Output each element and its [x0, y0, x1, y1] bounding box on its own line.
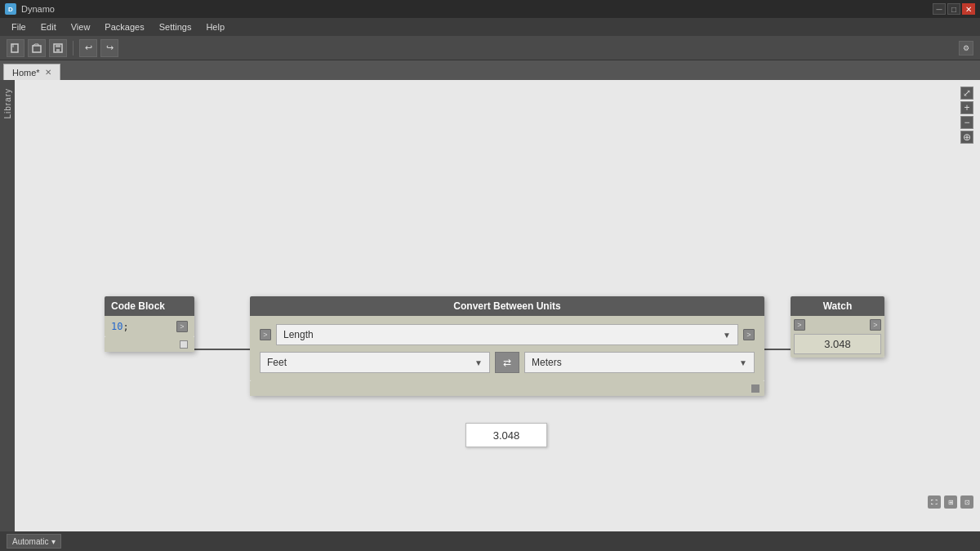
convert-row-1: > Length ▼ > — [260, 324, 755, 345]
run-mode-label: Automatic — [12, 537, 48, 546]
convert-footer — [250, 381, 764, 396]
app-icon: D — [5, 3, 16, 15]
minimize-button[interactable]: ─ — [933, 3, 946, 15]
canvas-icon-1[interactable]: ⛶ — [928, 495, 941, 509]
run-mode-dropdown[interactable]: Automatic ▾ — [7, 534, 61, 549]
canvas-icon-3[interactable]: ⊡ — [960, 495, 973, 509]
watch-node: Watch > > 3.048 — [791, 296, 884, 358]
menu-file[interactable]: File — [5, 20, 33, 33]
zoom-in-button[interactable]: + — [960, 101, 973, 114]
canvas[interactable]: ⤢ + − ⊕ Code Block 10; > — [15, 80, 980, 531]
unit-type-dropdown[interactable]: Length ▼ — [276, 324, 738, 345]
code-block-header: Code Block — [105, 296, 194, 316]
undo-button[interactable]: ↩ — [79, 39, 97, 57]
watch-port-in[interactable]: > — [794, 319, 805, 331]
zoom-controls: ⤢ + − ⊕ — [960, 87, 973, 144]
from-unit-dropdown[interactable]: Feet ▼ — [260, 352, 490, 373]
toolbar-right: ⚙ — [959, 41, 973, 56]
watch-body: > > 3.048 — [791, 316, 884, 358]
code-block-footer — [105, 337, 194, 352]
canvas-icon-2[interactable]: ⊞ — [944, 495, 957, 509]
menu-settings[interactable]: Settings — [153, 20, 198, 33]
watch-value: 3.048 — [794, 334, 881, 354]
fit-button[interactable]: ⊕ — [960, 131, 973, 144]
code-block-checkbox[interactable] — [180, 340, 188, 349]
code-block-body: 10; > — [105, 316, 194, 337]
convert-title: Convert Between Units — [453, 300, 560, 312]
tab-close-icon[interactable]: ✕ — [45, 68, 51, 77]
sidebar: Library — [0, 80, 15, 531]
svg-rect-5 — [56, 49, 60, 52]
settings-icon[interactable]: ⚙ — [959, 41, 973, 56]
open-button[interactable] — [28, 39, 46, 57]
unit-type-arrow: ▼ — [723, 331, 731, 340]
convert-body: > Length ▼ > Feet ▼ ⇄ Meters — [250, 316, 764, 381]
menu-view[interactable]: View — [65, 20, 97, 33]
tab-home-label: Home* — [12, 68, 40, 78]
code-block-title: Code Block — [111, 300, 165, 312]
expand-button[interactable]: ⤢ — [960, 87, 973, 100]
save-button[interactable] — [49, 39, 67, 57]
resize-handle[interactable] — [751, 384, 760, 393]
code-block-port-row: 10; > — [111, 321, 188, 332]
svg-rect-0 — [11, 44, 18, 52]
zoom-out-button[interactable]: − — [960, 116, 973, 129]
toolbar-separator — [73, 41, 74, 56]
menu-packages[interactable]: Packages — [98, 20, 150, 33]
code-block-content: 10; — [111, 321, 129, 332]
from-unit-arrow: ▼ — [474, 358, 483, 367]
watch-header: Watch — [791, 296, 884, 316]
status-bar: Automatic ▾ — [0, 531, 980, 551]
main-area: Library ⤢ + − ⊕ Code Block 10; — [0, 80, 980, 531]
output-value: 3.048 — [493, 429, 520, 442]
output-preview: 3.048 — [466, 423, 547, 447]
watch-port-row: > > — [794, 319, 881, 331]
title-text: Dynamo — [21, 4, 55, 14]
svg-rect-4 — [56, 44, 60, 47]
title-bar-left: D Dynamo — [5, 3, 55, 15]
title-bar: D Dynamo ─ □ ✕ — [0, 0, 980, 18]
library-label: Library — [3, 88, 12, 119]
code-block-port-out[interactable]: > — [176, 321, 188, 332]
convert-port-out[interactable]: > — [743, 329, 755, 340]
redo-button[interactable]: ↪ — [100, 39, 118, 57]
convert-port-in[interactable]: > — [260, 329, 271, 340]
unit-type-label: Length — [283, 329, 314, 340]
new-button[interactable] — [7, 39, 24, 57]
to-unit-dropdown[interactable]: Meters ▼ — [524, 352, 755, 373]
tab-bar: Home* ✕ — [0, 60, 980, 80]
watch-title: Watch — [823, 300, 853, 312]
svg-rect-2 — [33, 46, 41, 52]
title-bar-right[interactable]: ─ □ ✕ — [933, 3, 975, 15]
close-button[interactable]: ✕ — [962, 3, 975, 15]
to-unit-label: Meters — [532, 357, 562, 368]
watch-port-out[interactable]: > — [870, 319, 881, 331]
code-block-node: Code Block 10; > — [105, 296, 194, 352]
menu-help[interactable]: Help — [199, 20, 231, 33]
code-number: 10 — [111, 321, 122, 332]
to-unit-arrow: ▼ — [739, 358, 747, 367]
code-semi: ; — [122, 321, 128, 332]
maximize-button[interactable]: □ — [947, 3, 960, 15]
convert-node: Convert Between Units > Length ▼ > Feet — [250, 296, 764, 396]
menu-edit[interactable]: Edit — [34, 20, 63, 33]
convert-header: Convert Between Units — [250, 296, 764, 316]
toolbar: ↩ ↪ ⚙ — [0, 36, 980, 60]
canvas-bottom-right: ⛶ ⊞ ⊡ — [928, 495, 973, 509]
menu-bar: File Edit View Packages Settings Help — [0, 18, 980, 36]
from-unit-label: Feet — [267, 357, 287, 368]
convert-row-2: Feet ▼ ⇄ Meters ▼ — [260, 352, 755, 373]
tab-home[interactable]: Home* ✕ — [3, 64, 60, 80]
swap-button[interactable]: ⇄ — [495, 352, 519, 373]
run-mode-arrow: ▾ — [51, 537, 56, 546]
